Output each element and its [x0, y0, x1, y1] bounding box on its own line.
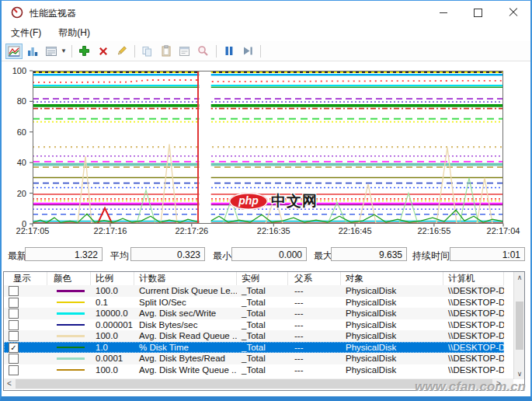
instance-cell: _Total	[237, 330, 288, 342]
report-dropdown-caret[interactable]: ▼	[61, 47, 67, 54]
counter-row[interactable]: 100.0Avg. Disk Read Queue ..._Total---Ph…	[4, 330, 504, 342]
step-forward-icon	[242, 46, 253, 56]
titlebar: 性能监视器	[2, 1, 530, 24]
stat-value-box: 1:01	[450, 247, 525, 261]
scale-cell: 100.0	[91, 364, 134, 376]
stat-label: 最小	[213, 249, 231, 263]
show-checkbox[interactable]	[9, 354, 19, 364]
color-cell	[47, 285, 91, 297]
counter-row[interactable]: 0.000001Disk Bytes/sec_Total---PhysicalD…	[4, 319, 504, 331]
show-cell	[4, 308, 47, 319]
column-header-1[interactable]: 显示	[4, 272, 47, 285]
data-gap	[200, 71, 211, 223]
object-cell: PhysicalDisk	[341, 308, 443, 319]
freeze-display-button[interactable]	[221, 44, 238, 59]
scroll-up-icon[interactable]: ∧	[514, 272, 525, 283]
show-cell	[4, 330, 47, 342]
update-data-button[interactable]	[239, 44, 256, 59]
stat-label: 持续时间	[412, 249, 450, 263]
object-cell: PhysicalDisk	[341, 353, 443, 364]
counter-cell: Avg. Disk Write Queue ...	[134, 364, 237, 376]
counter-row[interactable]: 100.0Current Disk Queue Le..._Total---Ph…	[4, 285, 504, 297]
paste-counter-list-button[interactable]	[158, 44, 175, 59]
counter-row[interactable]: 10000.0Avg. Disk sec/Write_Total---Physi…	[4, 308, 504, 319]
minimize-button[interactable]	[426, 1, 461, 24]
instance-cell: _Total	[237, 353, 288, 364]
stats-row: 最新1.322平均0.323最小0.000最大9.635持续时间1:01	[2, 246, 530, 265]
column-header-8[interactable]: 计算机	[443, 272, 504, 285]
parent-cell: ---	[288, 330, 341, 342]
computer-cell: \\DESKTOP-D8QA	[443, 319, 504, 331]
delete-counter-button[interactable]	[95, 44, 112, 59]
color-swatch	[57, 324, 85, 326]
color-swatch	[57, 347, 85, 349]
view-histogram-button[interactable]	[24, 44, 41, 59]
view-line-chart-button[interactable]	[5, 44, 23, 59]
counter-row[interactable]: 0.1Split IO/Sec_Total---PhysicalDisk\\DE…	[4, 297, 504, 309]
highlight-button[interactable]	[113, 44, 130, 59]
scale-cell: 10000.0	[91, 308, 134, 319]
close-button[interactable]	[495, 1, 530, 24]
vertical-scroll-thumb[interactable]	[516, 302, 523, 350]
object-cell: PhysicalDisk	[341, 330, 443, 342]
show-cell	[4, 319, 47, 331]
menu-file[interactable]: 文件(F)	[8, 25, 44, 41]
color-swatch	[57, 357, 85, 360]
properties-button[interactable]	[176, 44, 193, 59]
show-cell	[4, 285, 47, 297]
computer-cell: \\DESKTOP-D8QA	[443, 297, 504, 309]
object-cell: PhysicalDisk	[341, 297, 443, 309]
show-checkbox[interactable]	[9, 365, 19, 375]
maximize-button[interactable]	[461, 1, 495, 24]
histogram-icon	[26, 46, 39, 57]
counter-row[interactable]: 100.0Avg. Disk Write Queue ..._Total---P…	[4, 364, 504, 376]
show-checkbox[interactable]	[9, 309, 19, 319]
scroll-left-icon[interactable]: <	[4, 378, 15, 389]
x-axis-tick-label: 22:17:04	[487, 226, 520, 235]
x-axis-tick-label: 22:16:45	[339, 226, 372, 235]
scroll-down-icon[interactable]: ∨	[514, 368, 525, 379]
counter-row[interactable]: 0.0001Avg. Disk Bytes/Read_Total---Physi…	[4, 353, 504, 364]
plus-icon	[78, 45, 90, 57]
copy-properties-button[interactable]	[139, 44, 156, 59]
view-report-button[interactable]	[43, 44, 60, 59]
properties-icon	[179, 46, 190, 57]
menu-help[interactable]: 帮助(H)	[55, 25, 93, 41]
parent-cell: ---	[288, 319, 341, 331]
column-header-7[interactable]: 对象	[341, 272, 443, 285]
column-header-3[interactable]: 比例	[91, 272, 134, 285]
copy-icon	[141, 46, 153, 57]
vertical-scrollbar[interactable]: ∧ ∨	[513, 272, 524, 379]
column-header-2[interactable]: 颜色	[47, 272, 91, 285]
show-checkbox[interactable]: ✓	[9, 343, 19, 353]
instance-cell: _Total	[237, 319, 288, 331]
color-cell	[47, 308, 91, 319]
computer-cell: \\DESKTOP-D8QA	[443, 364, 504, 376]
color-swatch	[57, 302, 85, 304]
show-checkbox[interactable]	[9, 320, 19, 330]
parent-cell: ---	[288, 297, 341, 309]
report-icon	[45, 46, 57, 57]
show-checkbox[interactable]	[9, 331, 19, 341]
show-checkbox[interactable]	[9, 298, 19, 308]
column-header-4[interactable]: 计数器	[134, 272, 237, 285]
close-icon	[509, 8, 518, 17]
instance-cell: _Total	[237, 297, 288, 309]
add-counter-button[interactable]	[76, 44, 93, 59]
counter-cell: Disk Bytes/sec	[134, 319, 237, 331]
counter-row[interactable]: ✓1.0% Disk Time_Total---PhysicalDisk\\DE…	[4, 342, 504, 354]
color-swatch	[57, 335, 85, 337]
column-header-5[interactable]: 实例	[237, 272, 288, 285]
instance-cell: _Total	[237, 285, 288, 297]
column-header-6[interactable]: 父系	[288, 272, 341, 285]
zoom-button[interactable]	[195, 44, 212, 59]
counter-cell: Avg. Disk sec/Write	[134, 308, 237, 319]
toolbar: ▼	[2, 41, 530, 61]
stat-value-box: 0.323	[130, 247, 205, 261]
parent-cell: ---	[288, 364, 341, 376]
app-icon	[11, 6, 23, 19]
magnifier-icon	[197, 45, 209, 57]
x-axis-tick-label: 22:16:35	[257, 226, 290, 235]
show-checkbox[interactable]	[9, 286, 19, 296]
maximize-icon	[474, 9, 482, 17]
